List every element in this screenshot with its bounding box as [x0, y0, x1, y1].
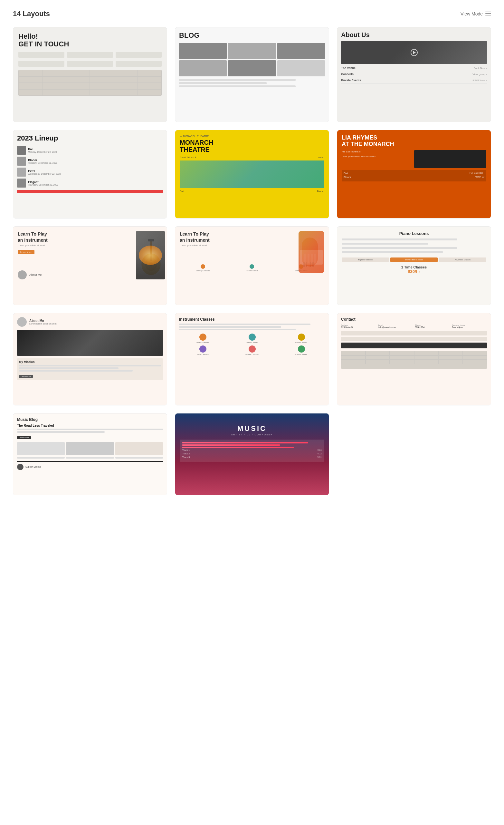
grid-icon — [485, 12, 491, 16]
teacher-landing-heading: Learn To Playan Instrument — [180, 231, 324, 243]
teacher-landing-text: Lorem ipsum dolor sit amet — [180, 244, 324, 246]
card-info: Music Venue Events Page Layout — [13, 218, 167, 219]
layout-card-music-teacher-home[interactable]: Learn To Playan Instrument Lorem ipsum d… — [13, 226, 167, 305]
card-preview: 2023 Lineup DiviMonday, December 20, 202… — [13, 130, 167, 218]
layout-card-music-teacher-class[interactable]: Piano Lessons Beginner Classes Intermedi… — [337, 226, 491, 305]
layout-card-music-teacher-blog[interactable]: Music Blog The Road Less Traveled Learn … — [13, 413, 167, 495]
contact-heading: Contact — [341, 317, 487, 322]
layout-card-music-venue-events[interactable]: 2023 Lineup DiviMonday, December 20, 202… — [13, 130, 167, 219]
layout-card-music-teacher-landing[interactable]: Learn To Playan Instrument Lorem ipsum d… — [175, 226, 329, 305]
card-preview: Hello!GET IN TOUCH — [13, 27, 167, 122]
card-preview: About Us The VenueBook Now › ConcertsVie… — [337, 27, 491, 122]
monarch-bar: DiviBloom — [180, 190, 324, 193]
card-preview: Learn To Playan Instrument Lorem ipsum d… — [13, 227, 167, 305]
blog-featured: The Road Less Traveled Learn More — [17, 424, 163, 440]
time-classes-label: 1 Time Classes — [342, 265, 486, 269]
about-header: About Me Lorem ipsum dolor sit amet — [17, 317, 163, 327]
preview-heading: 2023 Lineup — [17, 134, 163, 142]
about-image — [341, 41, 487, 64]
layouts-grid: Hello!GET IN TOUCH Music V — [13, 27, 491, 495]
card-preview: About Me Lorem ipsum dolor sit amet My M… — [13, 313, 167, 405]
view-mode-label: View Mode — [460, 11, 483, 16]
blog-heading: Music Blog — [17, 417, 163, 422]
preview-heading: About Us — [341, 31, 487, 39]
teacher-home-cta: Learn More — [18, 250, 34, 254]
dj-subtitle: ARTIST · DJ · COMPOSER — [180, 434, 324, 436]
avatar — [18, 271, 27, 279]
contact-fields — [18, 52, 162, 58]
layout-card-music-teacher-about[interactable]: About Me Lorem ipsum dolor sit amet My M… — [13, 313, 167, 405]
about-rows: The VenueBook Now › ConcertsView group ›… — [341, 66, 487, 83]
card-info: Music Teacher Contact Page Layout — [337, 405, 491, 405]
price-section: 1 Time Classes $30/hr — [342, 265, 486, 274]
page-header: 14 Layouts View Mode — [13, 10, 491, 18]
lia-image — [414, 150, 487, 168]
card-info: Music Teacher Blog Page Layout — [13, 495, 167, 495]
card-preview: Contact Address 123 Main St Email info@m… — [337, 313, 491, 405]
mission-title: My Mission — [19, 360, 161, 364]
blog-images — [179, 43, 325, 76]
card-preview: LIA RHYMESAT THE MONARCH Pre-Sale Ticket… — [337, 130, 491, 218]
dj-heading: MUSIC — [180, 425, 324, 433]
classes-header: Instrument Classes — [179, 317, 325, 322]
view-mode-button[interactable]: View Mode — [460, 11, 491, 16]
card-preview: MUSIC ARTIST · DJ · COMPOSER Track 1 3:2… — [175, 414, 329, 495]
avatar — [17, 317, 27, 327]
layout-card-music-venue-home[interactable]: — MONARCH THEATRE MONARCHTHEATRE Grand T… — [175, 130, 329, 219]
card-preview: Piano Lessons Beginner Classes Intermedi… — [337, 227, 491, 305]
card-info: Music Venue Home Page Layout — [175, 218, 329, 219]
contact-form — [341, 331, 487, 348]
price-value: $30/hr — [342, 269, 486, 274]
contact-info-row: Address 123 Main St Email info@music.com… — [341, 324, 487, 328]
blog-grid — [17, 442, 163, 455]
card-info: Music Venue Landing Page Layout — [337, 218, 491, 219]
card-info: Music Teacher About Page Layout — [13, 405, 167, 405]
card-preview: BLOG — [175, 27, 329, 122]
piano-image — [17, 330, 163, 356]
layout-card-music-teacher-classes[interactable]: Instrument Classes Piano Classes Guitar … — [175, 313, 329, 405]
layout-card-music-venue-about[interactable]: About Us The VenueBook Now › ConcertsVie… — [337, 27, 491, 122]
teacher-home-text: Lorem ipsum dolor sit amet — [18, 244, 162, 246]
preview-heading: Hello!GET IN TOUCH — [18, 32, 162, 48]
classes-icons: Piano Classes Guitar Classes Violin Clas… — [179, 333, 325, 356]
card-info: Music Venue Blog Page Layout — [175, 122, 329, 122]
card-preview: — MONARCH THEATRE MONARCHTHEATRE Grand T… — [175, 130, 329, 218]
layout-card-music-venue-blog[interactable]: BLOG Music Venue Blog Page Layout — [175, 27, 329, 122]
card-info: Music Venue Contact Page Layout — [13, 122, 167, 122]
card-preview: Music Blog The Road Less Traveled Learn … — [13, 414, 167, 495]
preview-heading: LIA RHYMESAT THE MONARCH — [342, 135, 486, 148]
preview-heading: BLOG — [179, 31, 325, 40]
contact-fields-2 — [18, 61, 162, 67]
dj-content: Track 1 3:24 Track 2 4:12 Track 3 5:01 — [180, 440, 324, 462]
blog-text — [179, 79, 325, 87]
card-info: Music Teacher Classes Page Layout — [175, 405, 329, 405]
monarch-image — [180, 160, 324, 188]
layout-card-music-venue-contact[interactable]: Hello!GET IN TOUCH Music V — [13, 27, 167, 122]
about-name: About Me — [29, 319, 56, 322]
about-me-text: About Me — [29, 273, 42, 277]
card-preview: Learn To Playan Instrument Lorem ipsum d… — [175, 227, 329, 305]
contact-map — [341, 351, 487, 369]
piano-heading: Piano Lessons — [342, 231, 486, 236]
layout-card-music-venue-landing[interactable]: LIA RHYMESAT THE MONARCH Pre-Sale Ticket… — [337, 130, 491, 219]
card-preview: Instrument Classes Piano Classes Guitar … — [175, 313, 329, 405]
blog-footer: Support Journal — [17, 461, 163, 470]
blog-header: Music Blog — [17, 417, 163, 422]
classes-heading: Instrument Classes — [179, 317, 325, 322]
card-info: Music Venue About Page Layout — [337, 122, 491, 122]
preview-heading: MONARCHTHEATRE — [180, 139, 324, 153]
layout-card-dj-music[interactable]: MUSIC ARTIST · DJ · COMPOSER Track 1 3:2… — [175, 413, 329, 495]
page-title: 14 Layouts — [13, 10, 50, 18]
map-preview — [18, 70, 162, 96]
about-desc: Lorem ipsum dolor sit amet — [29, 322, 56, 325]
layout-card-music-teacher-contact[interactable]: Contact Address 123 Main St Email info@m… — [337, 313, 491, 405]
teacher-home-heading: Learn To Playan Instrument — [18, 231, 162, 243]
mission-section: My Mission Learn More — [17, 358, 163, 380]
contact-header: Contact — [341, 317, 487, 322]
card-info: DJ Music Page Layout — [175, 495, 329, 495]
class-cards: Beginner Classes Intermediate Classes Ad… — [342, 257, 486, 262]
